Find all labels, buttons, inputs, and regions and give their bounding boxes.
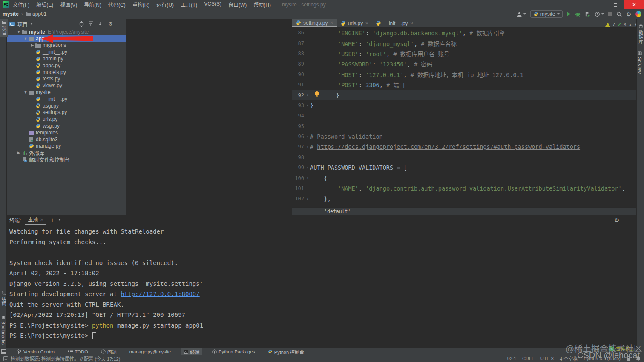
code-line-97[interactable]: 97▾# https://docs.djangoproject.com/en/3… [292,142,644,152]
code-line-92[interactable]: 92▾ } [292,90,644,100]
tree-item-settings.py[interactable]: settings.py [7,109,126,116]
menu-导航[interactable]: 导航(N) [84,1,101,8]
code-line-94[interactable]: 94 [292,111,644,121]
tree-item-apps.py[interactable]: apps.py [7,62,126,69]
stripe-tab-sciview[interactable]: SciView [637,50,643,75]
editor-tab-urls.py[interactable]: urls.py✕ [337,19,372,27]
panel-settings-gear-icon[interactable]: ⚙ [107,21,114,27]
stripe-tab-project[interactable]: 项目 [0,19,8,37]
terminal-link[interactable]: http://127.0.0.1:8000/ [121,291,199,297]
fold-marker-icon[interactable]: ▾ [305,145,310,149]
code-line-96[interactable]: 96▾# Password validation [292,131,644,142]
editor-tab-__init__.py[interactable]: __init__.py✕ [372,19,417,27]
search-everywhere-button[interactable] [616,11,622,17]
terminal-output[interactable]: Watching for file changes with StatReloa… [7,225,636,341]
tree-item-manage.py[interactable]: manage.py [7,143,126,150]
breadcrumb-project[interactable]: mysite [3,11,19,17]
code-line-98[interactable]: 98 [292,152,644,162]
menu-文件[interactable]: 文件(F) [13,1,29,8]
toolwindow-button-python-packages[interactable]: Python Packages [209,348,258,355]
code-line-90[interactable]: 90 'HOST': '127.0.0.1', # 数据库地址，本机 ip 地址… [292,69,644,80]
code-line-95[interactable]: 95 [292,121,644,131]
tree-item-urls.py[interactable]: urls.py [7,116,126,123]
code-line-102[interactable]: 102▾ }, [292,194,644,204]
toolwindow-switcher-icon[interactable] [0,349,7,354]
fold-marker-icon[interactable]: ▾ [305,197,310,201]
tree-item-wsgi.py[interactable]: wsgi.py [7,123,126,129]
tree-item-asgi.py[interactable]: asgi.py [7,103,126,109]
close-icon[interactable]: ✕ [40,217,43,222]
code-line-88[interactable]: 88 'USER': 'root', # 数据库用户名 账号 [292,48,644,59]
breadcrumb-item[interactable]: app01 [26,11,46,17]
menu-工具[interactable]: 工具(T) [181,1,197,8]
stripe-tab-database[interactable]: 数据库 [637,23,644,46]
inspection-widget[interactable]: 7 ✔ 6 ▲ ▼ [605,22,638,28]
tree-item-admin.py[interactable]: admin.py [7,55,126,62]
toolwindow-button-version-control[interactable]: Version Control [14,348,58,355]
tree-item-models.py[interactable]: models.py [7,69,126,76]
code-line-101[interactable]: 101 'NAME': 'django.contrib.auth.passwor… [292,183,644,194]
expand-all-button[interactable] [88,21,95,26]
close-icon[interactable]: ✕ [330,20,333,25]
tree-item-templates[interactable]: templates [7,129,126,136]
tree-item-__init__.py[interactable]: __init__.py [7,48,126,55]
terminal-cursor[interactable] [92,332,96,339]
code-line-100[interactable]: 100▾ { [292,173,644,183]
editor-tab-settings.py[interactable]: settings.py✕ [292,19,337,27]
menu-帮助[interactable]: 帮助(H) [253,1,271,8]
debug-button[interactable] [575,11,581,17]
status-item-4-个空格[interactable]: 4 个空格 [560,355,578,362]
tree-item-[interactable]: 临时文件和控制台 [7,156,126,163]
prev-problem-icon[interactable]: ▲ [628,23,632,27]
user-icon[interactable] [517,11,526,17]
fold-marker-icon[interactable]: ▾ [305,103,310,107]
toolwindow-button-python-控制台[interactable]: Python 控制台 [265,348,307,355]
chevron-expanded-icon[interactable]: ▼ [23,37,28,41]
chevron-expanded-icon[interactable]: ▼ [23,90,28,94]
menu-运行[interactable]: 运行(U) [156,1,174,8]
chevron-down-icon[interactable] [30,23,33,25]
chevron-down-icon[interactable] [58,219,61,221]
toolbox-icon[interactable] [635,11,641,17]
chevron-collapsed-icon[interactable]: ▶ [16,151,21,155]
toolwindow-button-终端[interactable]: 终端 [181,348,202,355]
fold-marker-icon[interactable]: ▾ [305,166,310,170]
hide-panel-button[interactable]: — [116,21,123,27]
status-item-crlf[interactable]: CRLF [522,356,535,361]
tree-item-__init__.py[interactable]: __init__.py [7,96,126,103]
code-view[interactable]: 86 'ENGINE': 'django.db.backends.mysql',… [292,28,644,214]
coverage-button[interactable] [585,11,590,17]
code-line-89[interactable]: 89 'PASSWORD': '123456', # 密码 [292,59,644,69]
minimize-button[interactable]: – [590,0,607,9]
stripe-tab-bookmarks[interactable]: Bookmarks [0,314,6,346]
collapse-all-button[interactable] [98,21,104,26]
run-config-selector[interactable]: mysite [530,10,563,18]
status-item-92-1[interactable]: 92:1 [507,356,516,361]
hide-terminal-button[interactable]: — [625,217,630,223]
tree-item-mysite[interactable]: ▼mysite [7,89,126,96]
tree-item-[interactable]: ▶外部库 [7,149,126,156]
toolwindow-button-问题[interactable]: 问题 [98,348,120,355]
menu-重构[interactable]: 重构(R) [132,1,150,8]
code-line-87[interactable]: 87 'NAME': 'django_mysql', # 数据库名称 [292,38,644,48]
menu-窗口[interactable]: 窗口(W) [228,1,247,8]
code-line-91[interactable]: 91 'POST': 3306, # 端口 [292,80,644,90]
code-line-86[interactable]: 86 'ENGINE': 'django.db.backends.mysql',… [292,28,644,38]
chevron-expanded-icon[interactable]: ▼ [16,30,21,34]
close-icon[interactable]: ✕ [410,21,414,26]
locate-file-button[interactable] [79,21,86,27]
menu-代码[interactable]: 代码(C) [108,1,126,8]
menu-视图[interactable]: 视图(V) [60,1,77,8]
status-message[interactable]: 检测到数据源: 检测到连接属性。 // 配置 (今天 17:12) [11,355,120,362]
terminal-settings-gear-icon[interactable]: ⚙ [614,217,619,223]
fold-marker-icon[interactable]: ▾ [305,93,310,97]
chevron-collapsed-icon[interactable]: ▶ [30,43,35,47]
project-panel-title[interactable]: 项目 [17,20,28,28]
run-button[interactable] [567,12,571,16]
fold-marker-icon[interactable]: ▾ [305,135,310,139]
terminal-tab-local[interactable]: 本地 ✕ [25,215,46,225]
close-button[interactable]: ✕ [624,0,644,9]
toolwindow-button-manage.py@mysite[interactable]: manage.py@mysite [126,348,174,355]
tree-item-db.sqlite3[interactable]: db.sqlite3 [7,136,126,143]
menu-编辑[interactable]: 编辑(E) [36,1,53,8]
